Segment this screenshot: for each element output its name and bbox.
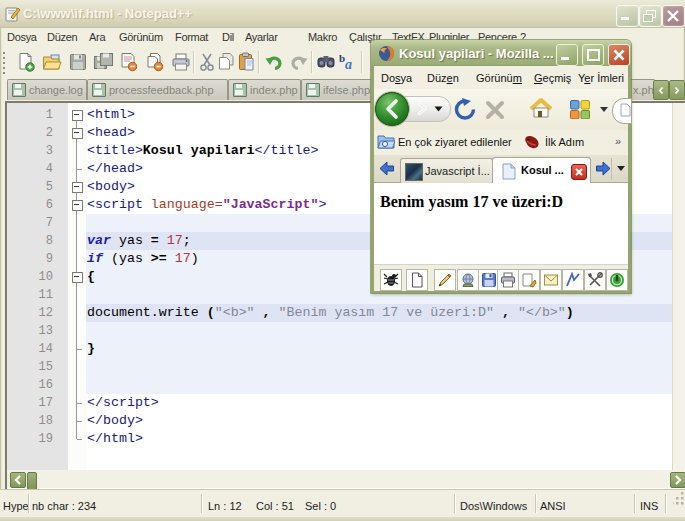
svg-text:a: a <box>345 57 352 72</box>
